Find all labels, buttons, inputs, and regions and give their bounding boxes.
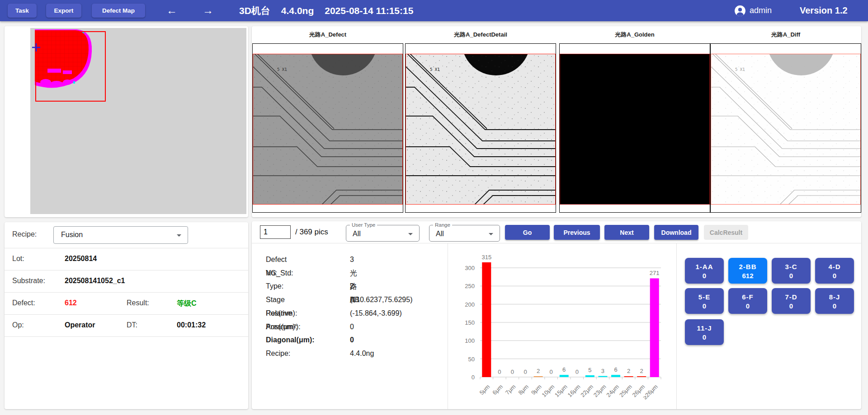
svg-text:5μm: 5μm: [478, 383, 491, 396]
version-label: Version 1.2: [800, 0, 848, 21]
class-button-11-J[interactable]: 11-J0: [685, 319, 724, 345]
svg-text:16μm: 16μm: [566, 383, 582, 399]
recipe-select-value: Fusion: [61, 231, 83, 239]
svg-text:24μm: 24μm: [605, 383, 620, 399]
substrate-label: Substrate:: [12, 277, 45, 285]
svg-text:0: 0: [550, 368, 553, 375]
svg-text:150: 150: [465, 319, 475, 326]
operator-row: Op: Operator DT: 00:01:32: [5, 314, 248, 336]
svg-text:25μm: 25μm: [618, 383, 633, 399]
pic-total-label: / 369 pics: [295, 221, 328, 243]
class-button-6-F[interactable]: 6-F0: [728, 288, 767, 314]
recipe-row: Recipe: Fusion: [5, 222, 248, 248]
forward-arrow-icon[interactable]: →: [198, 0, 218, 21]
defect-image-panel[interactable]: 5 X1: [252, 43, 403, 213]
class-button-5-E[interactable]: 5-E0: [685, 288, 724, 314]
svg-text:2: 2: [640, 368, 643, 374]
dt-label: DT:: [127, 321, 137, 329]
username[interactable]: admin: [750, 0, 772, 21]
svg-text:10μm: 10μm: [540, 383, 556, 399]
class-button-1-AA[interactable]: 1-AA0: [685, 258, 724, 284]
range-select[interactable]: Range All: [429, 222, 500, 242]
svg-text:5 X1: 5 X1: [735, 67, 745, 72]
svg-text:100: 100: [465, 337, 475, 344]
defect-row: Defect: 612 Result: 等级C: [5, 292, 248, 314]
svg-text:7μm: 7μm: [504, 383, 517, 396]
svg-text:6: 6: [614, 366, 617, 373]
back-arrow-icon[interactable]: ←: [162, 0, 182, 21]
panel-title-defect: 光路A_Defect: [252, 31, 403, 40]
defect-label: Defect:: [12, 299, 35, 307]
export-button[interactable]: Export: [46, 4, 81, 18]
recipe-name: 4.4.0ng: [281, 5, 314, 16]
svg-text:3: 3: [601, 368, 604, 374]
panel-title-defect-detail: 光路A_DefectDetail: [405, 31, 556, 40]
defect-count: 612: [65, 299, 77, 307]
defect-map-button[interactable]: Defect Map: [92, 4, 145, 18]
svg-text:0: 0: [511, 368, 514, 375]
lot-value: 20250814: [65, 255, 97, 263]
previous-button[interactable]: Previous: [554, 225, 600, 240]
image-panels-card: 光路A_Defect 光路A_DefectDetail 光路A_Golden 光…: [252, 26, 861, 217]
svg-text:5: 5: [588, 367, 591, 373]
machine-name: 3D机台: [239, 5, 270, 16]
substrate-row: Substrate: 202508141052_c1: [5, 270, 248, 292]
recipe-select[interactable]: Fusion: [53, 226, 188, 244]
user-icon: [734, 5, 746, 19]
wafer-map[interactable]: [30, 28, 246, 214]
svg-text:6: 6: [562, 366, 566, 373]
svg-text:6μm: 6μm: [491, 383, 504, 396]
svg-text:2: 2: [627, 368, 630, 374]
calc-result-button: CalcResult: [704, 225, 748, 240]
title-datetime: 2025-08-14 11:15:15: [325, 5, 413, 16]
svg-text:250: 250: [465, 283, 475, 289]
lot-row: Lot: 20250814: [5, 248, 248, 270]
class-button-2-BB[interactable]: 2-BB612: [728, 258, 767, 284]
class-button-3-C[interactable]: 3-C0: [772, 258, 811, 284]
divider: [676, 243, 677, 409]
svg-text:5 X1: 5 X1: [430, 67, 440, 72]
diff-image-panel[interactable]: 5 X1: [710, 43, 861, 213]
user-type-legend: User Type: [350, 222, 377, 228]
class-button-8-J[interactable]: 8-J0: [815, 288, 854, 314]
defect-browser-card: / 369 pics User Type All Range All Go Pr…: [252, 221, 861, 409]
divider: [5, 336, 248, 337]
wafer-map-card: [5, 26, 248, 217]
svg-text:200: 200: [465, 301, 475, 308]
range-value: All: [436, 230, 444, 238]
lot-label: Lot:: [12, 255, 24, 263]
chevron-down-icon: [489, 233, 493, 235]
go-button[interactable]: Go: [505, 225, 550, 240]
op-label: Op:: [12, 321, 24, 329]
next-button[interactable]: Next: [604, 225, 649, 240]
svg-text:23μm: 23μm: [592, 383, 608, 399]
defect-detail-image-panel[interactable]: 5 X1: [405, 43, 556, 213]
svg-text:0: 0: [472, 374, 475, 381]
task-button[interactable]: Task: [8, 4, 37, 18]
svg-text:315: 315: [481, 254, 491, 261]
result-label: Result:: [127, 299, 149, 307]
panel-title-golden: 光路A_Golden: [559, 31, 710, 40]
range-legend: Range: [433, 222, 452, 228]
recipe-label: Recipe:: [12, 230, 37, 238]
op-value: Operator: [65, 321, 95, 329]
svg-text:50: 50: [468, 356, 475, 363]
user-type-value: All: [353, 230, 361, 238]
golden-image-panel[interactable]: [559, 43, 710, 213]
svg-text:≥26μm: ≥26μm: [642, 383, 659, 401]
pic-number-input[interactable]: [260, 225, 291, 239]
chevron-down-icon: [408, 233, 413, 235]
svg-text:5 X1: 5 X1: [277, 67, 287, 72]
svg-text:15μm: 15μm: [553, 383, 569, 399]
defect-size-chart: 0501001502002503003155μm06μm07μm08μm29μm…: [448, 242, 676, 409]
class-button-4-D[interactable]: 4-D0: [815, 258, 854, 284]
result-grade: 等级C: [177, 299, 197, 308]
lot-info-card: Recipe: Fusion Lot: 20250814 Substrate: …: [5, 222, 248, 409]
class-button-7-D[interactable]: 7-D0: [772, 288, 811, 314]
svg-text:0: 0: [576, 368, 579, 375]
substrate-value: 202508141052_c1: [65, 277, 125, 285]
panel-title-diff: 光路A_Diff: [710, 31, 861, 40]
download-button[interactable]: Download: [654, 225, 698, 240]
user-type-select[interactable]: User Type All: [346, 222, 420, 242]
top-bar: Task Export Defect Map ← → 3D机台4.4.0ng20…: [0, 0, 868, 21]
